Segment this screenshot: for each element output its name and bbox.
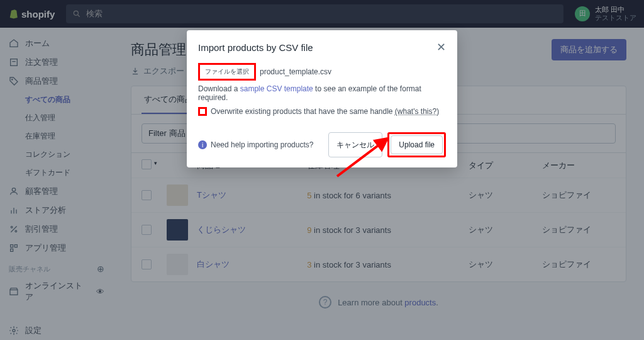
sample-template-link[interactable]: sample CSV template bbox=[240, 84, 313, 93]
selected-filename: product_template.csv bbox=[260, 67, 331, 76]
whats-this-link[interactable]: (what's this?) bbox=[395, 107, 439, 116]
choose-file-button[interactable]: ファイルを選択 bbox=[198, 63, 256, 81]
import-csv-modal: Import products by CSV file ✕ ファイルを選択 pr… bbox=[187, 30, 457, 167]
upload-file-button[interactable]: Upload file bbox=[391, 135, 443, 154]
cancel-button[interactable]: キャンセル bbox=[328, 132, 382, 157]
help-importing-link[interactable]: iNeed help importing products? bbox=[198, 140, 313, 149]
modal-title: Import products by CSV file bbox=[198, 42, 313, 53]
download-template-text: Download a sample CSV template to see an… bbox=[198, 84, 446, 102]
close-icon[interactable]: ✕ bbox=[436, 40, 446, 54]
overwrite-label: Overwrite existing products that have th… bbox=[211, 107, 439, 116]
overwrite-checkbox[interactable] bbox=[198, 107, 207, 116]
info-icon: i bbox=[198, 140, 207, 149]
modal-backdrop[interactable]: Import products by CSV file ✕ ファイルを選択 pr… bbox=[0, 0, 644, 340]
